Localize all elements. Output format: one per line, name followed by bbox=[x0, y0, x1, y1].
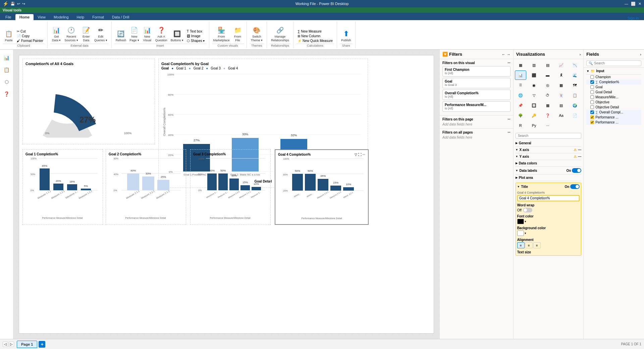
buttons-button[interactable]: 🔲 Buttons ▾ bbox=[169, 29, 185, 43]
filters-this-visual-more[interactable]: ··· bbox=[507, 61, 510, 65]
tab-format[interactable]: Format bbox=[88, 14, 108, 20]
page-nav-right[interactable]: ▷ bbox=[9, 342, 14, 347]
viz-icon-line[interactable]: 📈 bbox=[555, 60, 567, 70]
viz-icon-gauge[interactable]: ⏱ bbox=[542, 91, 553, 100]
field-champion-checkbox[interactable] bbox=[590, 75, 594, 79]
from-marketplace-button[interactable]: 🏪 FromMarketplace bbox=[212, 25, 231, 43]
font-color-dropdown-icon[interactable]: ▾ bbox=[525, 220, 526, 223]
tab-data-drill[interactable]: Data / Drill bbox=[108, 14, 133, 20]
sign-in-button[interactable]: Sign in bbox=[622, 16, 644, 20]
filter-first-champion[interactable]: First Champion is (All) bbox=[442, 66, 511, 77]
align-right-btn[interactable]: ≡ bbox=[533, 242, 541, 248]
field-overall-compl-checkbox[interactable] bbox=[590, 110, 594, 114]
viz-icon-key-influencers[interactable]: 🔑 bbox=[528, 111, 540, 120]
bg-color-dropdown-icon[interactable]: ▾ bbox=[525, 232, 526, 235]
fields-search-input[interactable] bbox=[594, 61, 639, 65]
field-goal[interactable]: Goal bbox=[586, 85, 641, 90]
tab-file[interactable]: File bbox=[1, 14, 15, 20]
viz-icon-ribbon[interactable]: 🎗 bbox=[555, 70, 567, 80]
paste-button[interactable]: 📋 Paste bbox=[3, 29, 15, 43]
add-page-button[interactable]: + bbox=[39, 341, 45, 348]
data-labels-toggle[interactable] bbox=[572, 168, 581, 173]
field-goal-detail-checkbox[interactable] bbox=[590, 90, 594, 94]
filter-back-icon[interactable]: ← bbox=[502, 52, 505, 56]
viz-icon-map[interactable]: 🗺 bbox=[569, 81, 581, 90]
viz-icon-r[interactable]: R bbox=[515, 121, 526, 130]
field-performance1-checkbox[interactable] bbox=[590, 115, 594, 119]
viz-icon-pie[interactable]: ◉ bbox=[528, 81, 540, 90]
viz-icon-waterfall[interactable]: 🌊 bbox=[569, 70, 581, 80]
viz-icon-treemap[interactable]: ▩ bbox=[555, 81, 567, 90]
publish-button[interactable]: ⬆ Publish bbox=[340, 29, 353, 43]
field-overall-compl[interactable]: ∑ Overall Compl... bbox=[586, 110, 641, 115]
cut-button[interactable]: ✂ Cut bbox=[15, 29, 45, 34]
edit-queries-button[interactable]: ✏ EditQueries ▾ bbox=[93, 25, 109, 43]
viz-icon-kpi[interactable]: 📌 bbox=[515, 101, 526, 110]
quick-access-save[interactable]: 💾 bbox=[10, 2, 15, 6]
image-button[interactable]: 🖼 Image bbox=[185, 34, 206, 38]
bg-color-swatch[interactable] bbox=[517, 231, 524, 236]
filter-forward-icon[interactable]: → bbox=[507, 52, 511, 56]
viz-icon-python[interactable]: Py bbox=[528, 121, 540, 130]
field-measure-mile-checkbox[interactable] bbox=[590, 95, 594, 99]
new-column-button[interactable]: ⊞ New Column bbox=[296, 34, 334, 38]
section-plot-area[interactable]: ▶ Plot area bbox=[516, 174, 582, 181]
field-goal-detail[interactable]: Goal Detail bbox=[586, 90, 641, 95]
viz-icon-slicer[interactable]: 🔲 bbox=[528, 101, 540, 110]
field-objective-detail-checkbox[interactable] bbox=[590, 105, 594, 109]
filters-all-pages-more[interactable]: ··· bbox=[507, 131, 510, 134]
tab-view[interactable]: View bbox=[34, 14, 50, 20]
viz-icon-decomp-tree[interactable]: 🌳 bbox=[515, 111, 526, 120]
quick-access-redo[interactable]: ↪ bbox=[22, 2, 25, 6]
quick-access-undo[interactable]: ↩ bbox=[17, 2, 20, 6]
section-general[interactable]: ▶ General bbox=[516, 140, 582, 147]
field-completion[interactable]: ∑ Completion% bbox=[586, 80, 641, 85]
align-center-btn[interactable]: ≡ bbox=[525, 242, 533, 248]
align-left-btn[interactable]: ≡ bbox=[517, 242, 525, 248]
from-file-button[interactable]: 📁 FromFile bbox=[232, 25, 244, 43]
word-wrap-toggle[interactable] bbox=[523, 208, 532, 212]
ask-question-button[interactable]: ❓ Ask AQuestion bbox=[154, 25, 169, 43]
nav-questions-icon[interactable]: ❓ bbox=[1, 89, 12, 99]
viz-icon-100percent-bar[interactable]: ▤ bbox=[542, 60, 553, 70]
recent-sources-button[interactable]: 🕐 RecentSources ▾ bbox=[63, 25, 79, 43]
section-data-colors[interactable]: ▶ Data colors bbox=[516, 160, 582, 167]
maximize-button[interactable]: ⬜ bbox=[631, 2, 636, 6]
field-performance2[interactable]: Performance ... bbox=[586, 120, 641, 125]
field-goal-checkbox[interactable] bbox=[590, 85, 594, 89]
field-champion[interactable]: Champion bbox=[586, 74, 641, 80]
filter-overall-completion[interactable]: Overall Completion% is (All) bbox=[442, 90, 511, 100]
viz-icon-clustered-bar[interactable]: ▥ bbox=[528, 60, 540, 70]
viz-icon-table[interactable]: ▦ bbox=[542, 101, 553, 110]
viz-search-input[interactable] bbox=[516, 133, 582, 139]
viz-icon-stacked-column[interactable]: ⬛ bbox=[528, 70, 540, 80]
format-painter-button[interactable]: 🖌 Format Painter bbox=[15, 39, 45, 43]
tab-modeling[interactable]: Modeling bbox=[50, 14, 73, 20]
goal4-visual[interactable]: Goal 4 Completion% ▽ ⛶ ··· 100% 60% 20% bbox=[275, 149, 369, 225]
title-text-input[interactable] bbox=[517, 195, 580, 201]
font-color-swatch[interactable] bbox=[517, 219, 524, 224]
viz-icon-matrix[interactable]: ▤ bbox=[555, 101, 567, 110]
filter-perf-measure[interactable]: Performance Measure/M... is (All) bbox=[442, 101, 511, 112]
goal4-more-icon[interactable]: ··· bbox=[363, 153, 365, 156]
filters-this-page-more[interactable]: ··· bbox=[507, 117, 510, 121]
canvas[interactable]: Completion% of All 4 Goals 27% 0% 100% G… bbox=[19, 55, 434, 334]
nav-report-icon[interactable]: 📊 bbox=[1, 52, 12, 63]
page-tab-1[interactable]: Page 1 bbox=[17, 341, 37, 348]
manage-relationships-button[interactable]: 🔗 ManageRelationships bbox=[270, 25, 290, 43]
minimize-button[interactable]: — bbox=[625, 2, 628, 6]
section-title-header[interactable]: ▼ Title On bbox=[517, 184, 580, 189]
new-visual-button[interactable]: 📊 NewVisual bbox=[141, 25, 153, 43]
field-objective[interactable]: Objective bbox=[586, 100, 641, 105]
viz-icon-azure-map[interactable]: 🌍 bbox=[569, 101, 581, 110]
field-group-input-header[interactable]: ▼ 📁 Input bbox=[586, 68, 641, 74]
viz-icon-clustered-column[interactable]: 📊 bbox=[515, 70, 526, 80]
viz-icon-multirow-card[interactable]: 📋 bbox=[569, 91, 581, 100]
viz-icon-area[interactable]: 📉 bbox=[569, 60, 581, 70]
section-xaxis[interactable]: ▼ X axis ⚠ — bbox=[516, 147, 582, 153]
tab-help[interactable]: Help bbox=[73, 14, 89, 20]
copy-button[interactable]: 📄 Copy bbox=[15, 34, 45, 38]
section-yaxis[interactable]: ▼ Y axis ⚠ — bbox=[516, 153, 582, 160]
goal1-visual[interactable]: Goal 1 Completion% 100% 50% 0% 65% 20% bbox=[22, 149, 103, 225]
nav-model-icon[interactable]: ⬡ bbox=[1, 77, 12, 87]
